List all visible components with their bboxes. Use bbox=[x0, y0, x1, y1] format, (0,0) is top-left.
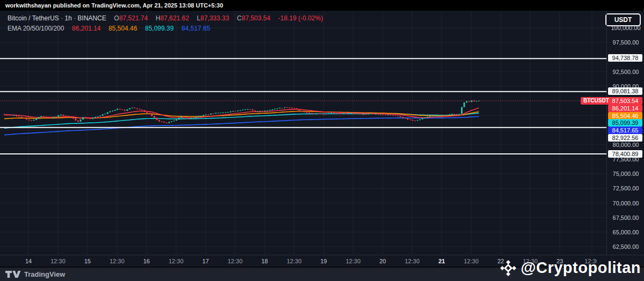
candle-body bbox=[85, 117, 86, 118]
candle-body bbox=[298, 109, 300, 111]
candle-body bbox=[422, 118, 423, 119]
candle-body bbox=[11, 115, 12, 115]
candle-body bbox=[328, 113, 330, 114]
candle-body bbox=[127, 109, 128, 111]
candle-body bbox=[80, 120, 82, 122]
ema-indicator-label: EMA 20/50/100/200 bbox=[8, 25, 64, 32]
candle-body bbox=[287, 107, 288, 108]
candle-body bbox=[372, 114, 374, 114]
candle-body bbox=[353, 113, 354, 114]
price-tick-label: 75,000.00 bbox=[607, 171, 644, 177]
interval-label: 1h bbox=[65, 14, 72, 22]
candle-body bbox=[195, 117, 197, 118]
ema100-value: 85,099.39 bbox=[145, 25, 173, 32]
candle-body bbox=[77, 121, 79, 122]
candle-body bbox=[188, 118, 189, 119]
candle-body bbox=[469, 101, 470, 102]
candle-body bbox=[333, 113, 335, 114]
price-badge-white: 94,738.78 bbox=[608, 54, 642, 62]
candle-body bbox=[368, 114, 369, 114]
candle-body bbox=[346, 114, 347, 114]
candle-body bbox=[161, 122, 163, 122]
price-badge-blue: 84,517.65 bbox=[608, 127, 642, 134]
candle-body bbox=[321, 114, 323, 114]
candle-body bbox=[399, 116, 401, 117]
open-label: O bbox=[114, 14, 119, 22]
candle-body bbox=[102, 114, 104, 116]
candle-body bbox=[441, 115, 443, 116]
candle-body bbox=[97, 116, 99, 117]
candle-body bbox=[323, 114, 325, 114]
candle-body bbox=[252, 109, 253, 110]
candle-body bbox=[230, 112, 231, 112]
time-label-day: 21 bbox=[438, 258, 445, 264]
candle-body bbox=[158, 120, 160, 122]
price-axis[interactable]: 100,000.0097,500.0092,500.0090,000.0080,… bbox=[606, 11, 644, 255]
tradingview-brand-label[interactable]: TradingView bbox=[24, 270, 65, 278]
time-label-hour: 12:30 bbox=[109, 258, 125, 264]
chart-legend-row[interactable]: Bitcoin / TetherUS · 1h · BINANCE O87,52… bbox=[8, 14, 323, 22]
candle-body bbox=[225, 112, 226, 113]
price-tick-label: 72,500.00 bbox=[607, 185, 644, 191]
candle-body bbox=[446, 115, 448, 115]
ema200-value: 84,517.65 bbox=[181, 25, 210, 32]
candle-body bbox=[316, 114, 318, 114]
candle-body bbox=[175, 120, 177, 121]
price-badge-cyan: 85,099.39 bbox=[608, 119, 642, 127]
candle-body bbox=[107, 112, 108, 114]
watermark-handle: @Cryptopolitan bbox=[521, 259, 641, 277]
candle-body bbox=[363, 114, 364, 115]
time-label-hour: 12:30 bbox=[287, 258, 302, 264]
candle-body bbox=[198, 116, 200, 117]
tradingview-icon[interactable] bbox=[5, 271, 21, 278]
candle-body bbox=[203, 115, 204, 116]
candle-body bbox=[254, 110, 256, 112]
candle-body bbox=[68, 116, 69, 116]
price-badge-white: 89,081.38 bbox=[608, 87, 642, 95]
candle-body bbox=[264, 110, 266, 111]
candle-body bbox=[9, 114, 10, 115]
price-tick-label: 67,500.00 bbox=[607, 215, 644, 221]
candle-body bbox=[311, 113, 312, 114]
price-badge-red: 86,201.14 bbox=[608, 105, 642, 112]
candle-body bbox=[397, 116, 399, 116]
candle-body bbox=[451, 114, 453, 115]
candle-body bbox=[343, 114, 345, 114]
candle-body bbox=[13, 115, 15, 116]
candle-body bbox=[104, 114, 106, 114]
candle-body bbox=[375, 114, 377, 114]
price-badge-white: 82,922.56 bbox=[608, 134, 642, 142]
time-label-hour: 12:30 bbox=[169, 258, 184, 264]
candle-body bbox=[48, 117, 49, 117]
candle-body bbox=[427, 117, 428, 118]
candle-body bbox=[267, 110, 268, 111]
candle-body bbox=[62, 115, 64, 116]
candle-body bbox=[94, 117, 96, 118]
candle-body bbox=[235, 111, 236, 112]
candle-body bbox=[394, 115, 396, 116]
candle-body bbox=[131, 108, 133, 108]
price-badge-orange: 85,504.46 bbox=[608, 112, 642, 120]
low-value: 87,333.33 bbox=[200, 14, 229, 22]
symbol-title: Bitcoin / TetherUS bbox=[8, 14, 59, 22]
candlestick-chart-canvas[interactable] bbox=[0, 0, 606, 267]
candle-body bbox=[186, 117, 187, 118]
candle-body bbox=[407, 119, 408, 120]
candle-body bbox=[262, 111, 264, 112]
price-tick-label: 100,000.00 bbox=[607, 25, 644, 31]
candle-body bbox=[33, 120, 34, 121]
candle-body bbox=[461, 107, 463, 114]
candle-body bbox=[38, 117, 40, 118]
candle-body bbox=[43, 116, 45, 117]
candle-body bbox=[357, 114, 359, 114]
candle-body bbox=[350, 113, 352, 114]
candle-body bbox=[149, 113, 150, 114]
ema-legend-row[interactable]: EMA 20/50/100/200 86,201.14 85,504.46 85… bbox=[8, 25, 210, 32]
candle-body bbox=[45, 116, 47, 117]
candle-body bbox=[439, 115, 441, 116]
candle-body bbox=[318, 114, 320, 114]
candle-body bbox=[112, 110, 113, 111]
ema50-value: 85,504.46 bbox=[108, 25, 137, 32]
candle-body bbox=[75, 119, 76, 121]
candle-body bbox=[377, 114, 379, 114]
